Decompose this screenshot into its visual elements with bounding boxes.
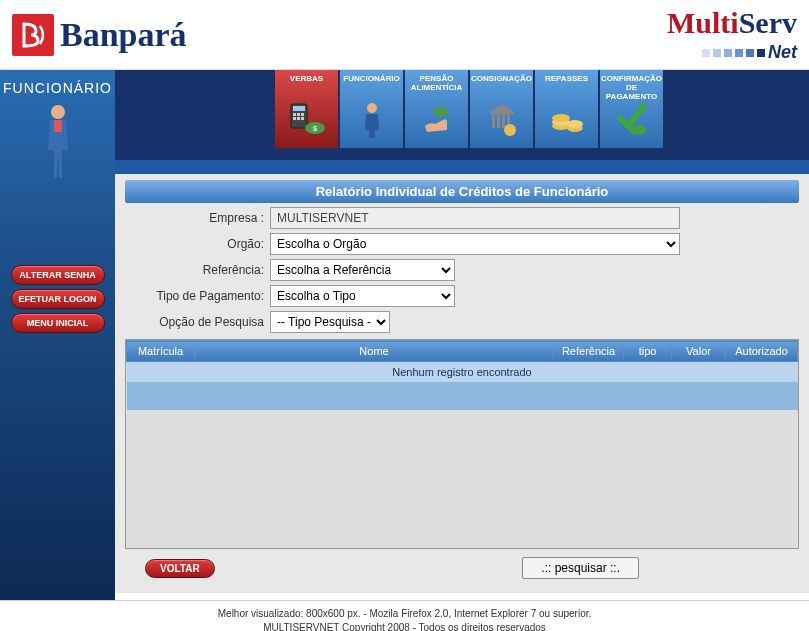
tipo-pagamento-select[interactable]: Escolha o Tipo <box>270 285 455 307</box>
net-text: Net <box>768 42 797 63</box>
efetuar-logon-button[interactable]: EFETUAR LOGON <box>11 289 105 309</box>
svg-point-20 <box>552 114 570 122</box>
nav-pensao[interactable]: PENSÃO ALIMENTÍCIA <box>405 70 468 148</box>
separator-bar <box>115 160 809 174</box>
empty-row <box>127 382 798 410</box>
th-tipo: tipo <box>624 341 672 362</box>
pesquisar-button[interactable]: .:: pesquisar ::. <box>522 557 639 579</box>
content-area: VERBAS $ FUNCIONÁRIO PENSÃO ALIMENTÍCIA … <box>115 70 809 600</box>
header: Banpará MultiServ Net <box>0 0 809 70</box>
bottom-bar: VOLTAR .:: pesquisar ::. <box>125 549 799 583</box>
form-area: Relatório Individual de Créditos de Func… <box>115 174 809 593</box>
person-nav-icon <box>352 98 392 138</box>
check-money-icon <box>612 98 652 138</box>
decorative-squares: Net <box>667 42 797 63</box>
multi-text-red: Multi <box>667 6 739 39</box>
svg-rect-6 <box>293 117 296 120</box>
nav-repasses[interactable]: REPASSES <box>535 70 598 148</box>
banpara-logo-icon <box>12 14 54 56</box>
th-referencia: Referência <box>554 341 624 362</box>
building-coins-icon <box>482 98 522 138</box>
voltar-button[interactable]: VOLTAR <box>145 559 215 578</box>
footer-line1: Melhor visualizado: 800x600 px. - Mozila… <box>0 607 809 621</box>
results-table: Matrícula Nome Referência tipo Valor Aut… <box>126 340 798 410</box>
svg-rect-13 <box>492 114 495 128</box>
sidebar: FUNCIONÁRIO ALTERAR SENHA EFETUAR LOGON … <box>0 70 115 600</box>
th-autorizado: Autorizado <box>726 341 798 362</box>
alterar-senha-button[interactable]: ALTERAR SENHA <box>11 265 105 285</box>
footer: Melhor visualizado: 800x600 px. - Mozila… <box>0 600 809 631</box>
svg-rect-15 <box>502 114 505 128</box>
svg-point-22 <box>567 120 583 128</box>
label-orgao: Orgão: <box>125 237 270 251</box>
svg-rect-5 <box>301 113 304 116</box>
nav-confirmacao[interactable]: CONFIRMAÇÃO DE PAGAMENTO <box>600 70 663 148</box>
opcao-pesquisa-select[interactable]: -- Tipo Pesquisa -- <box>270 311 390 333</box>
logo-multiserv: MultiServ Net <box>667 6 797 63</box>
section-title: Relatório Individual de Créditos de Func… <box>125 180 799 203</box>
svg-rect-14 <box>497 114 500 128</box>
menu-inicial-button[interactable]: MENU INICIAL <box>11 313 105 333</box>
results-table-container[interactable]: Matrícula Nome Referência tipo Valor Aut… <box>125 339 799 549</box>
footer-line2: MULTISERVNET Copyright 2008 - Todos os d… <box>0 621 809 631</box>
svg-point-17 <box>504 124 516 136</box>
svg-point-0 <box>51 105 65 119</box>
svg-rect-7 <box>297 117 300 120</box>
orgao-select[interactable]: Escolha o Orgão <box>270 233 680 255</box>
sidebar-title: FUNCIONÁRIO <box>0 80 115 96</box>
th-nome: Nome <box>195 341 554 362</box>
empresa-input <box>270 207 680 229</box>
referencia-select[interactable]: Escolha a Referência <box>270 259 455 281</box>
th-valor: Valor <box>672 341 726 362</box>
logo-banpara: Banpará <box>12 14 187 56</box>
label-opcao-pesquisa: Opção de Pesquisa <box>125 315 270 329</box>
no-record-message: Nenhum registro encontrado <box>127 362 798 383</box>
svg-rect-4 <box>297 113 300 116</box>
nav-consignacao[interactable]: CONSIGNAÇÃO <box>470 70 533 148</box>
svg-rect-3 <box>293 113 296 116</box>
label-tipo-pagamento: Tipo de Pagamento: <box>125 289 270 303</box>
svg-point-23 <box>629 125 647 135</box>
nav-verbas[interactable]: VERBAS $ <box>275 70 338 148</box>
person-icon <box>0 102 115 185</box>
multi-text-blue: Serv <box>739 6 797 39</box>
svg-text:$: $ <box>312 124 317 133</box>
calculator-money-icon: $ <box>287 98 327 138</box>
label-empresa: Empresa : <box>125 211 270 225</box>
svg-rect-2 <box>293 106 305 111</box>
svg-rect-8 <box>301 117 304 120</box>
th-matricula: Matrícula <box>127 341 195 362</box>
label-referencia: Referência: <box>125 263 270 277</box>
coins-stack-icon <box>547 98 587 138</box>
banpara-text: Banpará <box>60 16 187 54</box>
nav-funcionario[interactable]: FUNCIONÁRIO <box>340 70 403 148</box>
top-navigation: VERBAS $ FUNCIONÁRIO PENSÃO ALIMENTÍCIA … <box>115 70 809 160</box>
hand-money-icon <box>417 98 457 138</box>
svg-point-12 <box>433 107 449 117</box>
svg-point-11 <box>367 103 377 113</box>
